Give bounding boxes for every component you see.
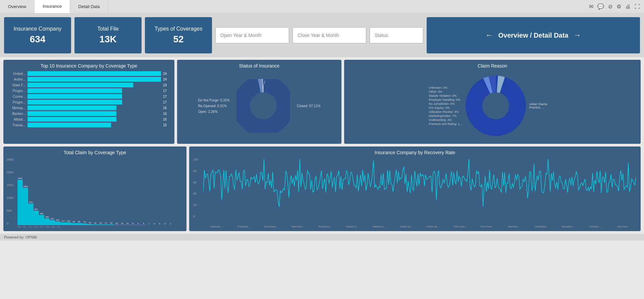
- col-y-label: 0: [7, 222, 13, 225]
- line-chart-body: 100806040200 American ...Prudential ...E…: [193, 158, 637, 228]
- bar-row: State F... 19: [8, 83, 170, 87]
- col-bar-value: 50: [89, 222, 91, 224]
- filter-icon[interactable]: ⊘: [608, 3, 612, 10]
- col-x-label: [80, 226, 85, 228]
- line-x-label: Progressiv...: [312, 225, 339, 228]
- col-bar-wrap: 20: [114, 222, 119, 225]
- col-x-label: [91, 226, 97, 228]
- recovery-rate-chart: Insurance Company by Recovery Rate 10080…: [189, 146, 641, 231]
- legend-do-not-purge: Do Not Purge: 0.31%: [198, 98, 230, 102]
- col-bar-wrap: 98: [71, 221, 76, 225]
- line-y-label: 100: [193, 158, 198, 161]
- tab-overview[interactable]: Overview: [0, 0, 35, 13]
- line-x-labels: American ...Prudential ...Encompas...Ind…: [193, 225, 637, 228]
- line-x-label: Global Lib...: [392, 225, 420, 228]
- nav-overview-detail[interactable]: ← Overview / Detail Data →: [427, 17, 640, 53]
- col-bar: [109, 224, 114, 225]
- filter-close-year-month[interactable]: Close Year & Month: [292, 27, 366, 43]
- col-bar-wrap: 74: [82, 221, 87, 225]
- line-x-label: USAA Life ...: [420, 225, 447, 228]
- col-x-label: [148, 226, 153, 228]
- comment-icon[interactable]: 💬: [597, 3, 604, 10]
- bar-row: Conne... 17: [8, 94, 170, 99]
- col-bar-wrap: 2044: [17, 177, 23, 225]
- pie-inner: Do Not Purge: 0.31% Re-Opened: 0.31% Ope…: [180, 71, 338, 140]
- bar-value: 24: [163, 72, 170, 76]
- bar-label: Conne...: [8, 95, 25, 98]
- col-x-label: [137, 226, 142, 228]
- col-bar-value: 455: [40, 213, 43, 215]
- col-x-label: [97, 226, 102, 228]
- status-pie-chart: Status of Insurance Do Not Purge: 0.31% …: [177, 60, 341, 144]
- bar-fill: [28, 123, 111, 127]
- col-bar-value: 11: [132, 222, 134, 224]
- col-x-label: [159, 226, 165, 228]
- bar-label: State F...: [8, 83, 25, 87]
- filter-status[interactable]: Status: [370, 27, 423, 43]
- col-bar-value: 29: [100, 222, 102, 224]
- tab-detail-data[interactable]: Detail Data: [70, 0, 108, 13]
- col-x-labels: Auto Liabil...Exchange...Commerci...Auto…: [7, 226, 183, 228]
- legend-open: Open: 2.26%: [198, 110, 230, 114]
- col-x-label: Farmown...: [52, 226, 57, 228]
- bar-track: [28, 77, 161, 82]
- bar-row: Progre... 17: [8, 100, 170, 104]
- col-bar: [141, 225, 146, 225]
- bar-track: [28, 117, 161, 122]
- filter-open-year-month[interactable]: Open Year & Month: [215, 27, 289, 43]
- col-x-label: [176, 226, 181, 228]
- bar-track: [28, 88, 161, 93]
- col-bar: [34, 211, 39, 225]
- col-x-label: Exchange...: [23, 226, 29, 228]
- line-x-label: AXA Insur: [609, 225, 636, 228]
- col-bar-value: 9: [143, 222, 144, 224]
- col-bar-value: 74: [84, 221, 86, 223]
- col-bar: [55, 221, 60, 225]
- line-x-label: Prudential ...: [230, 225, 258, 228]
- donut-legend: Unknown: 0% Other: 0% Statute Violation:…: [429, 86, 462, 126]
- col-bar-value: 1683: [23, 185, 28, 187]
- col-x-label: Commerci...: [29, 226, 34, 228]
- col-y-label: 2000: [7, 171, 13, 174]
- col-y-label: 500: [7, 209, 13, 212]
- bar-value: 19: [163, 83, 170, 87]
- line-x-label: Indemnity I...: [284, 225, 312, 228]
- claim-reason-title: Claim Reason: [347, 63, 637, 69]
- col-bar-wrap: 14: [125, 222, 130, 225]
- col-bar-value: 970: [29, 201, 33, 203]
- legend-reopened: Re-Opened: 0.31%: [198, 104, 230, 108]
- col-bar-wrap: 1683: [23, 185, 28, 225]
- claim-jurisdiction: No Jurisdiction: 0%: [429, 102, 462, 105]
- bar-value: 17: [163, 89, 170, 93]
- print-icon[interactable]: 🖨: [625, 4, 631, 10]
- expand-icon[interactable]: ⛶: [635, 4, 640, 10]
- col-bar-wrap: 6: [162, 223, 168, 225]
- col-bar-wrap: 6: [152, 223, 157, 225]
- bar-track: [28, 83, 161, 87]
- bar-value: 17: [163, 95, 170, 98]
- unfair-claims-label: Unfair Claims Practice: ...: [529, 102, 556, 109]
- bar-fill: [28, 71, 161, 76]
- tab-insurance[interactable]: Insurance: [35, 0, 70, 13]
- col-x-label: [170, 226, 176, 228]
- col-bar-wrap: 27: [103, 222, 109, 225]
- email-icon[interactable]: ✉: [589, 3, 593, 10]
- svg-point-4: [250, 92, 277, 119]
- bar-label: Progre...: [8, 89, 25, 93]
- col-bar-value: 29: [94, 222, 97, 224]
- col-bar: [17, 180, 23, 225]
- legend-closed: Closed: 97.11%: [297, 104, 321, 108]
- col-bar-value: 127: [61, 220, 65, 222]
- col-bar: [66, 222, 71, 225]
- col-bar: [76, 223, 82, 225]
- col-bar: [93, 224, 98, 225]
- pie-legend-left: Do Not Purge: 0.31% Re-Opened: 0.31% Ope…: [198, 98, 230, 114]
- bottom-charts-row: Total Claim by Coverage Type 25002000150…: [3, 146, 641, 231]
- settings-icon[interactable]: ⚙: [616, 3, 621, 10]
- col-bar: [44, 218, 50, 225]
- bar-track: [28, 100, 161, 104]
- col-x-label: [103, 226, 108, 228]
- bar-fill: [28, 94, 122, 99]
- kpi-total-file: Total File 13K: [74, 17, 142, 53]
- top-nav: Overview Insurance Detail Data ✉ 💬 ⊘ ⚙ 🖨…: [0, 0, 644, 13]
